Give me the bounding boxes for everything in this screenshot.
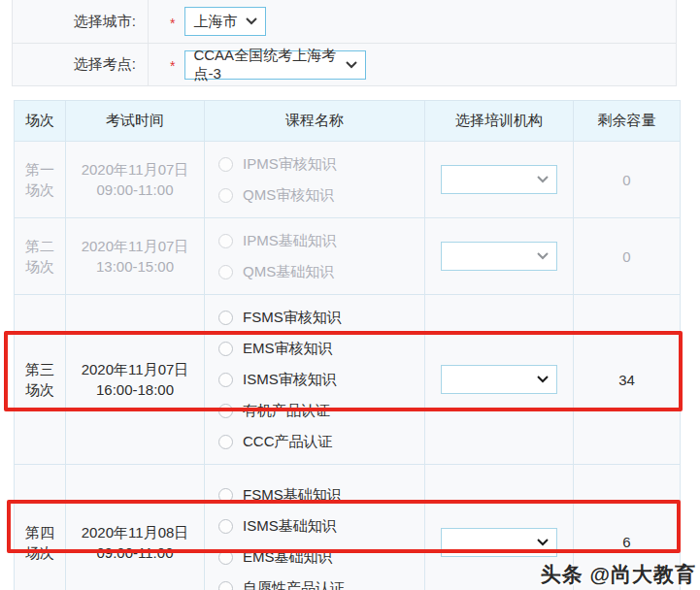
radio-icon[interactable] [218,311,233,325]
course-radio-option[interactable]: 有机产品认证 [218,395,424,426]
course-radio-option[interactable]: EMS基础知识 [218,542,424,574]
radio-icon[interactable] [218,373,233,387]
capacity-value: 0 [574,218,681,295]
radio-icon [218,188,233,203]
chevron-down-icon [537,376,549,383]
course-radio-option[interactable]: EMS审核知识 [218,333,424,364]
city-form-row: 选择城市: * 上海市 [13,0,676,43]
course-list: FSMS基础知识ISMS基础知识EMS基础知识自愿性产品认证 [205,474,424,590]
chevron-down-icon [537,252,549,260]
exam-date: 2020年11月07日 [66,159,204,180]
table-row: 第二场次 2020年11月07日 13:00-15:00 IPMS基础知识QMS… [15,218,681,295]
radio-icon [218,234,233,248]
course-label: FSMS基础知识 [243,486,342,505]
chevron-down-icon [246,17,257,25]
course-radio-option[interactable]: CCC产品认证 [218,426,424,457]
course-label: ISMS审核知识 [243,371,337,389]
course-label: IPMS审核知识 [243,155,337,174]
course-radio-option[interactable]: 自愿性产品认证 [218,574,424,590]
radio-icon[interactable] [218,342,233,356]
session-name: 第三场次 [15,359,65,400]
header-remaining-capacity: 剩余容量 [574,101,681,142]
exam-site-form: 选择城市: * 上海市 选择考点: * CCAA全国统考上海考点-3 [12,0,677,86]
course-list: FSMS审核知识EMS审核知识ISMS审核知识有机产品认证CCC产品认证 [205,295,424,464]
header-session: 场次 [15,101,66,142]
course-label: CCC产品认证 [243,433,333,451]
exam-date: 2020年11月07日 [66,236,204,256]
exam-date: 2020年11月07日 [66,359,204,379]
course-radio-option: QMS审核知识 [218,180,424,211]
chevron-down-icon [537,176,549,183]
course-list: IPMS基础知识QMS基础知识 [205,218,424,294]
site-select-value: CCAA全国统考上海考点-3 [193,47,338,83]
required-asterisk: * [170,58,175,74]
table-header-row: 场次 考试时间 课程名称 选择培训机构 剩余容量 [15,101,681,142]
exam-time: 09:00-11:00 [66,542,204,563]
course-label: 有机产品认证 [243,402,330,420]
course-label: IPMS基础知识 [243,232,337,250]
course-radio-option: IPMS基础知识 [218,225,424,256]
training-org-select[interactable] [441,365,557,394]
course-label: ISMS基础知识 [243,517,337,536]
city-field: * 上海市 [149,7,676,36]
course-radio-option[interactable]: ISMS审核知识 [218,364,424,395]
header-course-name: 课程名称 [205,101,425,142]
course-radio-option[interactable]: ISMS基础知识 [218,511,424,542]
course-label: QMS基础知识 [243,263,334,281]
header-exam-time: 考试时间 [66,101,205,142]
training-org-select [441,242,557,271]
header-training-org: 选择培训机构 [425,101,574,142]
required-asterisk: * [170,16,175,31]
city-select[interactable]: 上海市 [184,7,266,36]
radio-icon[interactable] [218,581,233,590]
course-label: 自愿性产品认证 [243,579,345,590]
table-row: 第一场次 2020年11月07日 09:00-11:00 IPMS审核知识QMS… [15,142,681,218]
training-org-select[interactable] [441,528,557,557]
site-field: * CCAA全国统考上海考点-3 [149,50,676,80]
course-label: QMS审核知识 [243,186,334,205]
course-list: IPMS审核知识QMS审核知识 [205,142,424,217]
course-label: EMS审核知识 [243,340,333,358]
course-radio-option: IPMS审核知识 [218,148,424,180]
exam-registration-page: 选择城市: * 上海市 选择考点: * CCAA全国统考上海考点-3 [0,0,700,590]
exam-date: 2020年11月08日 [66,522,204,542]
capacity-value: 0 [574,142,681,218]
sessions-table: 场次 考试时间 课程名称 选择培训机构 剩余容量 第一场次 2020年11月07… [14,100,681,590]
exam-time: 16:00-18:00 [66,379,204,400]
session-name: 第二场次 [15,236,65,277]
radio-icon[interactable] [218,435,233,449]
site-form-row: 选择考点: * CCAA全国统考上海考点-3 [13,43,676,85]
radio-icon[interactable] [218,404,233,418]
session-name: 第四场次 [15,522,65,563]
radio-icon[interactable] [218,519,233,534]
course-radio-option[interactable]: FSMS基础知识 [218,480,424,511]
training-org-select [441,165,557,194]
exam-time: 09:00-11:00 [66,180,204,200]
course-radio-option[interactable]: FSMS审核知识 [218,302,424,333]
city-select-value: 上海市 [193,13,237,31]
table-row: 第三场次 2020年11月07日 16:00-18:00 FSMS审核知识EMS… [15,295,681,465]
course-label: FSMS审核知识 [243,309,342,327]
radio-icon[interactable] [218,488,233,503]
capacity-value: 34 [574,295,681,465]
course-label: EMS基础知识 [243,548,333,567]
radio-icon [218,265,233,279]
site-label: 选择考点: [13,44,149,85]
exam-time: 13:00-15:00 [66,256,204,277]
chevron-down-icon [537,539,549,546]
session-name: 第一场次 [15,159,65,200]
site-select[interactable]: CCAA全国统考上海考点-3 [184,50,366,80]
course-radio-option: QMS基础知识 [218,256,424,287]
radio-icon[interactable] [218,550,233,565]
watermark: 头条 @尚大教育 [541,561,696,588]
chevron-down-icon [346,61,357,69]
radio-icon [218,157,233,172]
city-label: 选择城市: [13,0,149,43]
